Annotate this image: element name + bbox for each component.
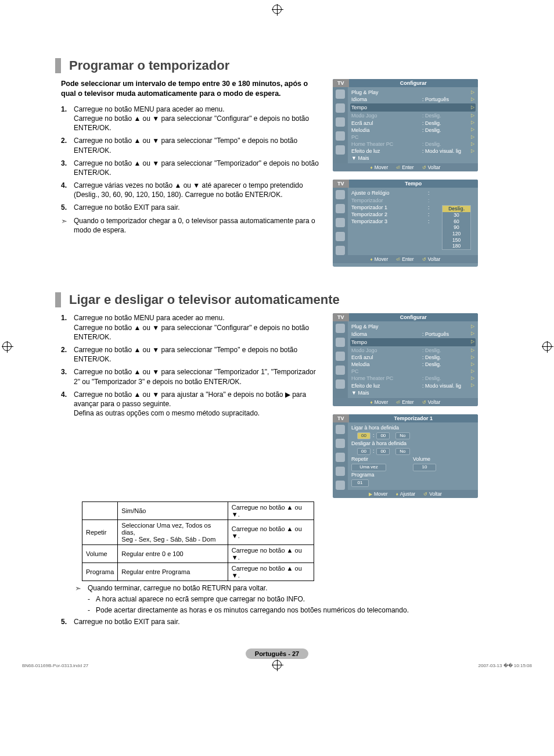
section1-steps: 1. Carregue no botão MENU para aceder ao… bbox=[61, 105, 322, 213]
step-body: Carregue no botão ▲ ou ▼ para selecciona… bbox=[74, 159, 322, 177]
osd-row-label: Efeito de luz bbox=[351, 148, 422, 155]
osd-row-label: Plug & Play bbox=[351, 89, 422, 96]
step-num: 3. bbox=[61, 159, 74, 177]
table-cell bbox=[82, 501, 118, 519]
osd-off-label: Desligar à hora definida bbox=[351, 440, 474, 448]
table-cell: Carregue no botão ▲ ou ▼. bbox=[228, 544, 314, 562]
osd-row-label: Tempo bbox=[351, 339, 422, 346]
osd-arrow-icon: ▷ bbox=[469, 141, 474, 148]
osd-row-label: Temporizador 1 bbox=[351, 204, 428, 211]
osd-mm: 00 bbox=[376, 448, 390, 455]
step-body: Carregue no botão MENU para aceder ao me… bbox=[74, 105, 322, 133]
osd-no: No bbox=[395, 432, 409, 439]
osd-row-value: : Deslig. bbox=[422, 127, 469, 134]
osd-submenu-item: 150 bbox=[443, 237, 470, 243]
step-body: Carregue várias vezes no botão ▲ ou ▼ at… bbox=[74, 181, 322, 199]
step-num: 1. bbox=[61, 313, 74, 342]
osd-row-label: Ecrã azul bbox=[351, 120, 422, 127]
osd-submenu-item: Deslig. bbox=[443, 206, 470, 212]
table-cell: Sim/Não bbox=[118, 501, 228, 519]
osd-mm: 00 bbox=[376, 432, 390, 439]
osd-row-value: : Português bbox=[422, 331, 469, 338]
step-body: Carregue no botão EXIT para sair. bbox=[74, 203, 322, 212]
table-cell: Regular entre Programa bbox=[118, 562, 228, 581]
osd-prog-val: 01 bbox=[351, 479, 369, 486]
osd-row-label: Ajuste o Relógio bbox=[351, 189, 428, 196]
osd-no: No bbox=[395, 448, 409, 455]
osd-row-label: PC bbox=[351, 368, 422, 375]
osd-footer-voltar: Voltar bbox=[422, 399, 441, 405]
table-cell: Regular entre 0 e 100 bbox=[118, 544, 228, 562]
osd-repeat-val: Uma vez bbox=[351, 464, 386, 471]
table-cell: Repetir bbox=[82, 519, 118, 544]
section2-steps: 1. Carregue no botão MENU para aceder ao… bbox=[61, 313, 322, 418]
section1-title: Programar o temporizador bbox=[55, 58, 499, 73]
osd-title: Configurar bbox=[349, 313, 478, 321]
osd-arrow-icon: ▷ bbox=[469, 361, 474, 368]
osd-row-value: : Português bbox=[422, 96, 469, 103]
note-arrow-icon: ➣ bbox=[75, 583, 88, 594]
step-body: Carregue no botão ▲ ou ▼ para selecciona… bbox=[74, 367, 322, 386]
osd-row-value: : Deslig. bbox=[422, 354, 469, 361]
post-dash-text: Pode acertar directamente as horas e os … bbox=[96, 605, 409, 615]
osd-row-label: Idioma bbox=[351, 96, 422, 103]
osd-row-label: Efeito de luz bbox=[351, 382, 422, 389]
note-arrow-icon: ➣ bbox=[61, 216, 74, 235]
osd-title: Configurar bbox=[349, 79, 478, 87]
osd-row-value: : bbox=[428, 189, 474, 196]
osd-footer-mover: Mover bbox=[370, 399, 388, 405]
step-num: 4. bbox=[61, 181, 74, 199]
post-dash-text: A hora actual aparece no ecrã sempre que… bbox=[96, 594, 305, 604]
osd-arrow-icon: ▷ bbox=[469, 148, 474, 155]
osd-submenu-item: 30 bbox=[443, 212, 470, 218]
osd-row-label: Temporizador 2 bbox=[351, 211, 428, 218]
osd-arrow-icon: ▷ bbox=[469, 368, 474, 375]
osd-tab: TV bbox=[333, 414, 349, 422]
osd-row-label: Tempo bbox=[351, 104, 422, 111]
osd-row-value: : Deslig. bbox=[422, 141, 469, 148]
osd-row-value: : Deslig. bbox=[422, 120, 469, 127]
table-cell: Programa bbox=[82, 562, 118, 581]
osd-hh: 00 bbox=[357, 448, 370, 455]
dash-icon: - bbox=[88, 594, 96, 604]
osd-arrow-icon: ▷ bbox=[469, 375, 474, 382]
osd-footer-voltar: Voltar bbox=[423, 491, 442, 497]
osd-arrow-icon: ▷ bbox=[469, 324, 474, 330]
osd-tempo: TV Tempo Ajuste o Relógio: Temporizador:… bbox=[333, 180, 478, 267]
section2-title: Ligar e desligar o televisor automaticam… bbox=[55, 292, 499, 307]
step-num: 1. bbox=[61, 105, 74, 133]
table-cell: Carregue no botão ▲ ou ▼. bbox=[228, 501, 314, 519]
osd-hh: 00 bbox=[357, 432, 370, 439]
osd-footer-mover: Mover bbox=[370, 256, 388, 262]
osd-configurar-2: TV Configurar Plug & Play▷ Idioma: Portu… bbox=[333, 313, 478, 406]
osd-arrow-icon: ▷ bbox=[469, 96, 474, 103]
step-num: 5. bbox=[61, 617, 74, 626]
osd-arrow-icon: ▷ bbox=[469, 120, 474, 126]
section1-note: Quando o temporizador chegar a 0, o tele… bbox=[74, 216, 322, 235]
osd-volume-label: Volume bbox=[413, 456, 474, 464]
osd-volume-val: 10 bbox=[413, 464, 436, 471]
osd-footer-voltar: Voltar bbox=[422, 256, 441, 262]
osd-row-value: : bbox=[428, 197, 474, 204]
osd-arrow-icon: ▷ bbox=[469, 331, 474, 337]
osd-arrow-icon: ▷ bbox=[469, 347, 474, 354]
osd-arrow-icon: ▷ bbox=[469, 127, 474, 133]
section2-post-note: Quando terminar, carregue no botão RETUR… bbox=[88, 583, 499, 594]
osd-tab: TV bbox=[333, 180, 349, 188]
osd-tab: TV bbox=[333, 79, 349, 87]
step-num: 2. bbox=[61, 136, 74, 155]
osd-arrow-icon: ▷ bbox=[469, 89, 474, 96]
osd-submenu-item: 180 bbox=[443, 243, 470, 249]
osd-row-label: Plug & Play bbox=[351, 323, 422, 330]
osd-arrow-icon: ▷ bbox=[469, 382, 474, 389]
osd-footer-voltar: Voltar bbox=[422, 164, 441, 170]
osd-row-label: Melodia bbox=[351, 361, 422, 368]
osd-title: Temporizador 1 bbox=[349, 414, 478, 422]
osd-row-label: ▼ Mais bbox=[351, 389, 474, 396]
page-number: Português - 27 bbox=[246, 648, 308, 659]
osd-footer-mover: Mover bbox=[370, 164, 388, 170]
print-footer-left: BN68-01169B-Por-0313.indd 27 bbox=[22, 663, 88, 668]
osd-configurar-1: TV Configurar Plug & Play▷ Idioma: Portu… bbox=[333, 79, 478, 171]
table-cell: Carregue no botão ▲ ou ▼. bbox=[228, 519, 314, 544]
osd-footer-mover: Mover bbox=[369, 491, 388, 497]
